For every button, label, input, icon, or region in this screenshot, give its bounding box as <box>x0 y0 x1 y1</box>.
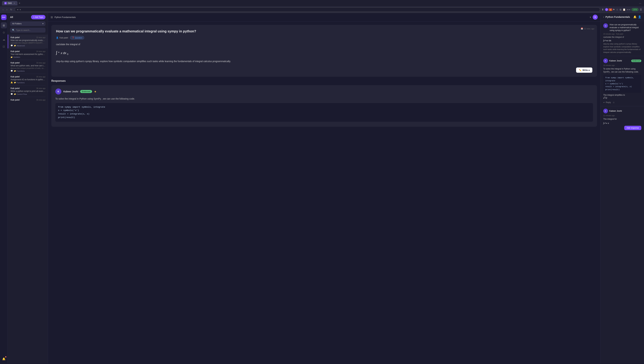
code-line-3: result = integrate(x, x) <box>58 112 590 116</box>
messages-icon-btn[interactable]: ☁ <box>1 37 7 43</box>
panel-response-1: K Kabeer Joshi Endorsed 16 minutes ago T… <box>600 56 644 106</box>
folder-tag: 📁 Advanced <box>14 45 25 47</box>
topic-item[interactable]: Kab patel 22 mins ago How can we program… <box>8 35 48 48</box>
layout-toggle-button[interactable]: ⊞ <box>51 16 53 19</box>
panel-code-3: result = integrate(x, x) <box>605 85 639 88</box>
panel-question: Q How can we programmatically evaluate a… <box>600 21 644 56</box>
address-bar[interactable]: ● ● <box>14 8 600 12</box>
reload-button[interactable]: ↻ <box>10 8 13 12</box>
right-panel: ‹ Python Fundamentals 🔔 👤 Q How can we p… <box>600 13 644 363</box>
topic-author: Kab patel <box>10 62 20 64</box>
topic-tags: 📁 Updates <box>10 56 46 58</box>
topic-item[interactable]: Kab patel 36 mins ago Write a python scr… <box>8 85 48 97</box>
folders-dropdown[interactable]: All Folders ▾ <box>10 21 46 26</box>
star-icon: ★ <box>94 90 96 93</box>
tab-label: DbG <box>8 2 12 4</box>
question-author: 👤 Kab patel <box>56 37 68 39</box>
content-area: 📅 22 mins ago How can we programmaticall… <box>48 22 600 363</box>
panel-resp2-header: K Kabeer Joshi <box>603 109 641 113</box>
topic-tags: 💬 📁 Control Flow <box>10 93 46 95</box>
write-label: Write a <box>582 69 590 71</box>
history-button[interactable]: 📋 <box>623 8 626 11</box>
topic-item[interactable]: Kab patel 35 mins ago Assignment #2 on f… <box>8 74 48 85</box>
active-tab[interactable]: D DbG ✕ <box>2 1 18 5</box>
question-badge: ❓ Question <box>70 36 84 40</box>
topic-time: 35 mins ago <box>36 76 46 78</box>
panel-star-button[interactable]: ☆ <box>613 101 615 104</box>
address-text: ● <box>20 9 21 11</box>
search-icon-btn[interactable]: ⊙ <box>1 29 7 36</box>
panel-title: Python Fundamentals <box>606 16 632 18</box>
topic-item[interactable]: Kab patel 33 mins ago What are python se… <box>8 60 48 74</box>
badge-label: Question <box>75 37 82 39</box>
icon-sidebar: DoG ⊞ ⊙ ☁ ⊡ 🔔 <box>0 13 8 363</box>
panel-q-meta: 23 minutes ago · Kab patel <box>603 33 641 35</box>
folder-name: Updates <box>13 56 20 58</box>
topic-item-header: Kab patel 33 mins ago <box>10 62 46 64</box>
notifications-icon-btn[interactable]: 🔔 <box>1 356 7 362</box>
docs-icon-btn[interactable]: ⊡ <box>1 44 7 50</box>
topic-title: How can we programmatically evaluate ... <box>10 39 46 42</box>
add-topic-button[interactable]: + Add Topic <box>31 15 46 19</box>
panel-resp2-text: The integral for <box>603 117 641 121</box>
search-input[interactable] <box>16 29 44 31</box>
extension-1[interactable]: 🔒 <box>608 9 612 11</box>
home-icon-btn[interactable]: ⊞ <box>1 22 7 28</box>
panel-code-block: from sympy import symbols, integrate x =… <box>603 75 641 93</box>
question-body: caclulate the integral of ∫ ∞ x dx 0 ste… <box>56 43 592 63</box>
folder-icon: 📁 <box>10 56 12 58</box>
translate-button[interactable]: ⟷ <box>627 8 630 11</box>
reply-icon: ↩ <box>603 101 605 104</box>
timestamp-badge: 📅 22 mins ago <box>581 28 594 30</box>
topic-tags: 🔔 📁 Functions <box>10 81 46 84</box>
topic-time: 36 mins ago <box>36 87 46 89</box>
bookmark-button[interactable]: ☆ <box>616 8 618 11</box>
topic-title: Write a python script to print all even … <box>10 90 46 92</box>
panel-q-icon: Q <box>603 23 608 28</box>
vpn-badge: VPN <box>632 8 638 11</box>
sidebar-toggle[interactable]: ⧉ <box>620 8 621 11</box>
bell-icon: 🔔 <box>10 81 13 84</box>
panel-reply-button[interactable]: ↩ Reply <box>603 101 611 104</box>
tab-close-btn[interactable]: ✕ <box>14 2 15 4</box>
panel-body-text: step-by-step using python's sympy librar… <box>603 43 641 54</box>
folder-icon: 📁 <box>14 93 16 95</box>
window-controls[interactable]: ⋯ <box>638 1 642 5</box>
endorsed-badge: Endorsed <box>80 90 92 93</box>
app-container: DoG ⊞ ⊙ ☁ ⊡ 🔔 All + Add Topic All Folder… <box>0 13 644 363</box>
menu-button[interactable]: ☰ <box>640 8 642 11</box>
add-response-button[interactable]: Add response <box>624 126 641 130</box>
timestamp-value: 22 mins <box>584 28 590 30</box>
topic-item[interactable]: Kab patel 36 mins ago <box>8 97 48 103</box>
topic-item[interactable]: Kab patel 24 mins ago Your mid-term asse… <box>8 49 48 60</box>
panel-back-button[interactable]: ‹ <box>603 16 604 19</box>
code-line-1: from sympy import symbols, integrate <box>58 105 590 109</box>
back-nav-button[interactable]: ‹ <box>2 8 4 12</box>
folder-icon: 📁 <box>14 45 16 47</box>
search-icon: 🔍 <box>12 29 15 31</box>
calendar-icon: 📅 <box>581 28 583 30</box>
panel-endorsed-badge: Endorsed <box>631 60 641 62</box>
responses-section: Responses <box>51 79 597 82</box>
topic-author: Kab patel <box>10 76 20 78</box>
folder-tag: 📁 Functions <box>14 70 25 72</box>
topic-item-header: Kab patel 36 mins ago <box>10 87 46 89</box>
forward-nav-button[interactable]: › <box>6 8 8 12</box>
topic-author: Kab patel <box>10 36 20 39</box>
extension-2[interactable]: ⚑ <box>613 9 615 11</box>
topics-sidebar: All + Add Topic All Folders ▾ 🔍 Kab pate… <box>8 13 48 363</box>
panel-user-button[interactable]: 👤 <box>638 15 641 19</box>
panel-resp2-time: 11 minutes ago <box>603 115 641 116</box>
response-card: K Kabeer Joshi Endorsed ★ To solve the i… <box>51 85 597 127</box>
breadcrumb-dropdown[interactable]: ▾ <box>590 16 591 19</box>
panel-bell-button[interactable]: 🔔 <box>633 15 636 19</box>
write-answer-button[interactable]: ✏️ Write a <box>576 68 592 73</box>
folder-name: Functions <box>16 70 25 72</box>
share-button[interactable]: ⬆ <box>602 8 604 11</box>
topic-time: 22 mins ago <box>36 37 46 39</box>
topic-title: Your mid-term assessment for python is .… <box>10 53 46 55</box>
panel-math-result: x2/2 <box>603 96 641 99</box>
response-author: Kabeer Joshi <box>64 90 78 93</box>
new-tab-button[interactable]: + <box>18 1 21 5</box>
folders-label: All Folders <box>12 23 22 25</box>
